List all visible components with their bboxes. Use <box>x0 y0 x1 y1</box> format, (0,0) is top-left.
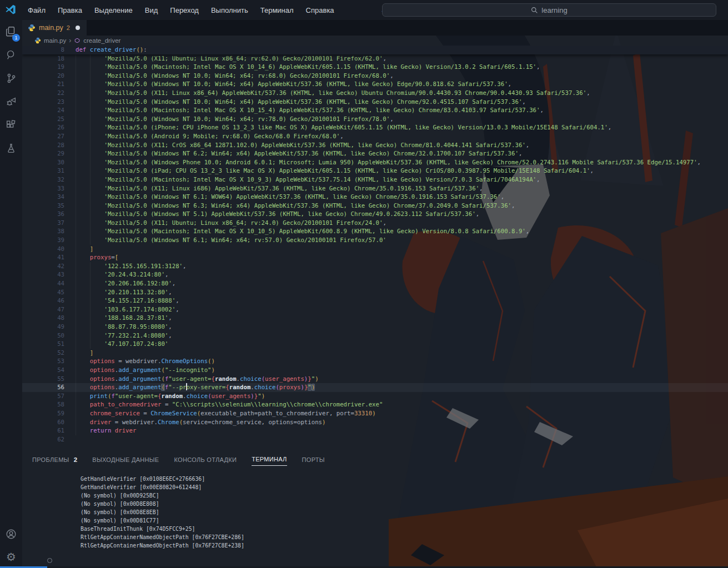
code-line[interactable]: 31 'Mozilla/5.0 (iPad; CPU OS 13_2_3 lik… <box>22 167 728 175</box>
line-number: 21 <box>22 80 64 89</box>
tab-main-py[interactable]: main.py 2 <box>22 20 87 36</box>
line-number: 32 <box>22 175 64 184</box>
code-line[interactable]: 50 '77.232.21.4:8080', <box>22 331 728 340</box>
code-line[interactable]: 29 'Mozilla/5.0 (Windows NT 6.2; Win64; … <box>22 149 728 158</box>
code-text: options.add_argument(f"--proxy-server={r… <box>64 383 728 392</box>
code-line[interactable]: 44 '20.206.106.192:80', <box>22 279 728 288</box>
modified-dot-icon[interactable] <box>76 26 80 30</box>
code-text: 'Mozilla/5.0 (Windows NT 10.0; Win64; x6… <box>64 80 728 89</box>
code-line[interactable]: 35 'Mozilla/5.0 (Windows NT 6.3; Win64; … <box>22 202 728 210</box>
command-center-search[interactable]: learning <box>382 3 716 17</box>
terminal-prompt[interactable]: (selenium) PS C:\scripts\selenium\learni… <box>22 556 728 564</box>
code-text: path_to_chromedriver = "C:\\scripts\\sel… <box>64 400 728 409</box>
breadcrumb-file[interactable]: main.py <box>44 37 66 44</box>
source-control-icon[interactable] <box>0 67 22 90</box>
panel-tab-bar: ПРОБЛЕМЫ2ВЫХОДНЫЕ ДАННЫЕКОНСОЛЬ ОТЛАДКИТ… <box>22 451 728 468</box>
code-line[interactable]: 53 options = webdriver.ChromeOptions() <box>22 357 728 366</box>
code-line[interactable]: 37 'Mozilla/5.0 (X11; Ubuntu; Linux x86_… <box>22 219 728 228</box>
code-line[interactable]: 28 'Mozilla/5.0 (X11; CrOS x86_64 12871.… <box>22 141 728 150</box>
sticky-code-line[interactable]: 8def create_driver(): <box>22 46 728 54</box>
code-line[interactable]: 42 '122.155.165.191:3128', <box>22 262 728 271</box>
python-icon <box>28 24 36 32</box>
code-line[interactable]: 34 'Mozilla/5.0 (Windows NT 6.1; WOW64) … <box>22 193 728 202</box>
code-text: driver = webdriver.Chrome(service=chrome… <box>64 418 728 427</box>
line-number: 8 <box>22 46 64 54</box>
menu-item[interactable]: Правка <box>52 4 88 17</box>
code-line[interactable]: 33 'Mozilla/5.0 (X11; Linux i686) AppleW… <box>22 184 728 193</box>
code-line[interactable]: 57 print(f"user-agent={random.choice(use… <box>22 392 728 401</box>
panel-tab-выходные-данные[interactable]: ВЫХОДНЫЕ ДАННЫЕ <box>92 453 159 466</box>
code-line[interactable]: 20 'Mozilla/5.0 (Windows NT 10.0; Win64;… <box>22 72 728 81</box>
menu-item[interactable]: Файл <box>22 4 52 17</box>
panel-tab-порты[interactable]: ПОРТЫ <box>302 453 325 466</box>
code-line[interactable]: 62 <box>22 435 728 444</box>
code-line[interactable]: 22 'Mozilla/5.0 (X11; Linux x86_64) Appl… <box>22 89 728 98</box>
code-line[interactable]: 49 '88.87.78.95:8080', <box>22 323 728 331</box>
run-debug-icon[interactable] <box>0 90 22 113</box>
extensions-icon[interactable] <box>0 113 22 137</box>
code-line[interactable]: 41 proxys=[ <box>22 253 728 262</box>
line-number: 54 <box>22 366 64 375</box>
terminal-output[interactable]: GetHandleVerifier [0x0108E6EC+2766636]Ge… <box>22 475 728 550</box>
code-line[interactable]: 32 'Mozilla/5.0 (Macintosh; Intel Mac OS… <box>22 175 728 184</box>
settings-gear-icon[interactable]: ⚙ <box>0 546 22 568</box>
code-line[interactable]: 25 'Mozilla/5.0 (Windows NT 10.0; Win64;… <box>22 115 728 124</box>
code-line[interactable]: 43 '20.24.43.214:80', <box>22 270 728 279</box>
menu-item[interactable]: Выделение <box>88 4 139 17</box>
menu-item[interactable]: Переход <box>164 4 205 17</box>
line-number: 52 <box>22 349 64 358</box>
line-number: 25 <box>22 115 64 124</box>
panel-tab-консоль-отладки[interactable]: КОНСОЛЬ ОТЛАДКИ <box>174 453 237 466</box>
code-line[interactable]: 56 options.add_argument(f"--proxy-server… <box>22 383 728 392</box>
search-icon[interactable] <box>0 43 22 67</box>
panel-tab-проблемы[interactable]: ПРОБЛЕМЫ2 <box>32 453 77 466</box>
code-line[interactable]: 45 '20.210.113.32:80', <box>22 288 728 297</box>
code-text: ] <box>64 349 728 358</box>
code-line[interactable]: 47 '103.6.177.174:8002', <box>22 305 728 314</box>
explorer-icon[interactable]: 1 <box>0 20 22 43</box>
menu-item[interactable]: Выполнить <box>205 4 254 17</box>
code-line[interactable]: 27 'Mozilla/5.0 (Android 9; Mobile; rv:6… <box>22 132 728 141</box>
line-number: 48 <box>22 314 64 323</box>
breadcrumb[interactable]: main.py › create_driver <box>22 36 728 46</box>
code-line[interactable]: 18 'Mozilla/5.0 (X11; Ubuntu; Linux x86_… <box>22 54 728 63</box>
code-text: '103.6.177.174:8002', <box>64 305 728 314</box>
menu-item[interactable]: Терминал <box>254 4 300 17</box>
code-line[interactable]: 23 'Mozilla/5.0 (Windows NT 10.0; Win64;… <box>22 98 728 107</box>
code-line[interactable]: 58 path_to_chromedriver = "C:\\scripts\\… <box>22 400 728 409</box>
menu-item[interactable]: Справка <box>300 4 340 17</box>
menu-item[interactable]: Вид <box>139 4 164 17</box>
code-text <box>64 435 728 444</box>
code-line[interactable]: 39 'Mozilla/5.0 (Windows NT 6.1; Win64; … <box>22 236 728 245</box>
code-text: 'Mozilla/5.0 (Macintosh; Intel Mac OS X … <box>64 63 728 72</box>
code-line[interactable]: 59 chrome_service = ChromeService(execut… <box>22 409 728 418</box>
code-line[interactable]: 24 'Mozilla/5.0 (Macintosh; Intel Mac OS… <box>22 106 728 115</box>
code-line[interactable]: 40 ] <box>22 245 728 254</box>
code-text: chrome_service = ChromeService(executabl… <box>64 409 728 418</box>
code-line[interactable]: 54 options.add_argument("--incognito") <box>22 366 728 375</box>
code-line[interactable]: 61 return driver <box>22 426 728 435</box>
panel-tab-терминал[interactable]: ТЕРМИНАЛ <box>252 453 287 466</box>
breadcrumb-symbol[interactable]: create_driver <box>83 37 121 44</box>
code-line[interactable]: 52 ] <box>22 349 728 358</box>
code-line[interactable]: 26 'Mozilla/5.0 (iPhone; CPU iPhone OS 1… <box>22 123 728 132</box>
code-editor[interactable]: 8def create_driver():18 'Mozilla/5.0 (X1… <box>22 46 728 451</box>
search-text: learning <box>541 6 567 14</box>
account-icon[interactable] <box>0 522 22 546</box>
code-line[interactable]: 19 'Mozilla/5.0 (Macintosh; Intel Mac OS… <box>22 63 728 72</box>
line-number: 33 <box>22 184 64 193</box>
line-number: 41 <box>22 253 64 262</box>
code-line[interactable]: 36 'Mozilla/5.0 (Windows NT 5.1) AppleWe… <box>22 210 728 219</box>
code-line[interactable]: 30 'Mozilla/5.0 (Windows Phone 10.0; And… <box>22 158 728 167</box>
code-line[interactable]: 38 'Mozilla/5.0 (Macintosh; Intel Mac OS… <box>22 227 728 236</box>
code-line[interactable]: 46 '54.155.127.16:8888', <box>22 296 728 305</box>
testing-icon[interactable] <box>0 137 22 160</box>
panel-tab-label: ТЕРМИНАЛ <box>252 456 287 463</box>
code-text: '20.24.43.214:80', <box>64 270 728 279</box>
code-line[interactable]: 55 options.add_argument(f"user-agent={ra… <box>22 375 728 384</box>
code-line[interactable]: 21 'Mozilla/5.0 (Windows NT 10.0; Win64;… <box>22 80 728 89</box>
editor-group: main.py 2 main.py › create_driver 8def c… <box>22 20 728 568</box>
code-line[interactable]: 48 '188.168.28.37:81', <box>22 314 728 323</box>
code-line[interactable]: 51 '47.107.107.24:80' <box>22 340 728 349</box>
code-line[interactable]: 60 driver = webdriver.Chrome(service=chr… <box>22 418 728 427</box>
